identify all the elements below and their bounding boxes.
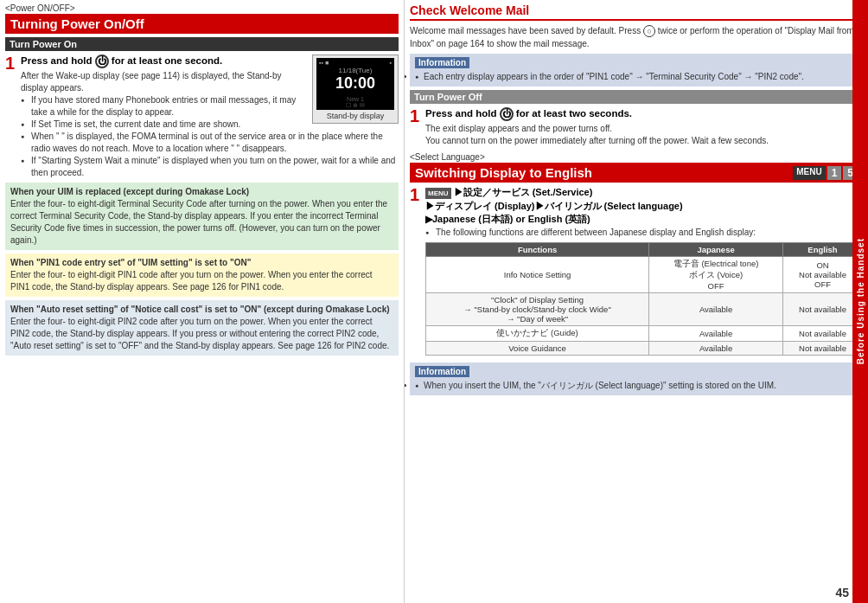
row1-jp: 電子音 (Electrical tone)ボイス (Voice)OFF: [649, 256, 783, 292]
lang-table-header-row: Functions Japanese English: [426, 242, 863, 256]
col-functions: Functions: [426, 242, 649, 256]
screen-date: 11/18(Tue): [339, 67, 373, 74]
step1-off-desc1: The exit display appears and the power t…: [425, 123, 863, 135]
check-welcome-title: Check Welcome Mail: [410, 3, 863, 21]
step1-off-desc2: You cannot turn on the power immediately…: [425, 135, 863, 147]
lang-table-container: Functions Japanese English Info Notice S…: [425, 242, 863, 356]
menu-icon: MENU: [425, 188, 451, 199]
highlight-uim-text: Enter the four- to eight-digit Terminal …: [10, 199, 387, 245]
highlight-uim-title: When your UIM is replaced (except during…: [10, 187, 249, 196]
bullet-1: If you have stored many Phonebook entrie…: [21, 94, 399, 119]
info-box-2-bullet: When you insert the UIM, the "バイリンガル (Se…: [415, 380, 858, 392]
page-number: 45: [835, 586, 849, 600]
step-switch-container: 1 MENU ▶設定／サービス (Set./Service) ▶ディスプレイ (…: [410, 186, 863, 358]
highlight-auto-text: Enter the four- to eight-digit PIN2 code…: [10, 317, 389, 350]
row1-en: ONNot availableOFF: [783, 256, 863, 292]
step1-off-container: 1 Press and hold ⏻ for at least two seco…: [410, 107, 863, 147]
select-tag-text: <Select Language>: [410, 152, 485, 162]
highlight-auto-title: When "Auto reset setting" of "Notice cal…: [10, 305, 390, 314]
table-row-1: Info Notice Setting 電子音 (Electrical tone…: [426, 256, 863, 292]
row3-jp: Available: [649, 325, 783, 341]
select-lang-tag: <Select Language>: [410, 152, 863, 162]
step-switch-bullet: The following functions are different be…: [425, 227, 863, 239]
step-switch-main: MENU ▶設定／サービス (Set./Service) ▶ディスプレイ (Di…: [425, 186, 863, 226]
right-panel: Check Welcome Mail Welcome mail messages…: [405, 0, 868, 603]
row2-func: "Clock" of Display Setting→ "Stand-by cl…: [426, 292, 649, 325]
info-box-2: Information When you insert the UIM, the…: [410, 362, 863, 395]
bullet-3: When " " is displayed, the FOMA terminal…: [21, 131, 399, 155]
info-box-1: Information Each entry display appears i…: [410, 54, 863, 87]
power-key-icon: ⏻: [95, 55, 109, 68]
info-box-1-header: Information: [415, 57, 469, 68]
lang-table-head: Functions Japanese English: [426, 242, 863, 256]
info-box-1-content: Each entry display appears in the order …: [415, 71, 858, 83]
table-row-2: "Clock" of Display Setting→ "Stand-by cl…: [426, 292, 863, 325]
menu-numbers: MENU 1 5: [789, 166, 858, 180]
step1-off-number: 1: [410, 107, 422, 147]
highlight-pin1-title: When "PIN1 code entry set" of "UIM setti…: [10, 258, 251, 267]
row3-en: Not available: [783, 325, 863, 341]
row4-en: Not available: [783, 341, 863, 355]
col-english: English: [783, 242, 863, 256]
row2-jp: Available: [649, 292, 783, 325]
right-sidebar: Before Using the Handset: [852, 0, 868, 603]
left-panel: <Power ON/OFF> Turning Power On/Off Turn…: [0, 0, 405, 603]
table-row-3: 使いかたナビ (Guide) Available Not available: [426, 325, 863, 341]
menu-num-1: 1: [827, 166, 842, 180]
turn-on-title: Turn Power On: [5, 37, 399, 51]
switch-lang-section: <Select Language> Switching Display to E…: [410, 152, 863, 358]
info-box-1-bullet: Each entry display appears in the order …: [415, 71, 858, 83]
step-switch-number: 1: [410, 186, 422, 358]
step1-content: ▪▪ ■ ▪ 11/18(Tue) 10:00 New 1 ☐ ⊕ ✉ Stan…: [21, 55, 399, 179]
highlight-pin1: When "PIN1 code entry set" of "UIM setti…: [5, 253, 399, 297]
step1-number: 1: [5, 55, 17, 179]
lang-table: Functions Japanese English Info Notice S…: [425, 242, 863, 356]
screen-time: 10:00: [335, 74, 375, 93]
step-switch-bullets: The following functions are different be…: [425, 227, 863, 239]
row3-func: 使いかたナビ (Guide): [426, 325, 649, 341]
check-welcome-desc: Welcome mail messages have been saved by…: [410, 24, 863, 50]
highlight-auto-reset: When "Auto reset setting" of "Notice cal…: [5, 300, 399, 356]
step1-off-main: Press and hold ⏻ for at least two second…: [425, 107, 863, 121]
bullet-4: If "Starting System Wait a minute" is di…: [21, 155, 399, 179]
row1-func: Info Notice Setting: [426, 256, 649, 292]
step1-off-content: Press and hold ⏻ for at least two second…: [425, 107, 863, 147]
menu-badge: MENU: [793, 166, 825, 180]
turn-off-section-title: Turn Power Off: [410, 90, 863, 104]
row2-en: Not available: [783, 292, 863, 325]
info-box-2-content: When you insert the UIM, the "バイリンガル (Se…: [415, 380, 858, 392]
switch-title-bar: Switching Display to English MENU 1 5: [410, 163, 863, 183]
power-tag: <Power ON/OFF>: [5, 3, 399, 13]
row4-func: Voice Guidance: [426, 341, 649, 355]
center-key-icon: ○: [643, 25, 655, 37]
step1-bullets: If you have stored many Phonebook entrie…: [21, 94, 399, 179]
switch-title-text: Switching Display to English: [415, 165, 592, 180]
highlight-uim-replaced: When your UIM is replaced (except during…: [5, 183, 399, 250]
info-box-2-header: Information: [415, 366, 469, 377]
power-key-off-icon: ⏻: [500, 107, 514, 121]
table-row-4: Voice Guidance Available Not available: [426, 341, 863, 355]
highlight-pin1-text: Enter the four- to eight-digit PIN1 code…: [10, 270, 373, 292]
sidebar-text: Before Using the Handset: [856, 238, 865, 364]
step-switch-content: MENU ▶設定／サービス (Set./Service) ▶ディスプレイ (Di…: [425, 186, 863, 358]
step1-container: 1 ▪▪ ■ ▪ 11/18(Tue) 10:00 New 1 ☐ ⊕ ✉ St…: [5, 55, 399, 179]
lang-table-body: Info Notice Setting 電子音 (Electrical tone…: [426, 256, 863, 355]
row4-jp: Available: [649, 341, 783, 355]
col-japanese: Japanese: [649, 242, 783, 256]
bullet-2: If Set Time is set, the current date and…: [21, 119, 399, 131]
power-title: Turning Power On/Off: [5, 14, 399, 34]
